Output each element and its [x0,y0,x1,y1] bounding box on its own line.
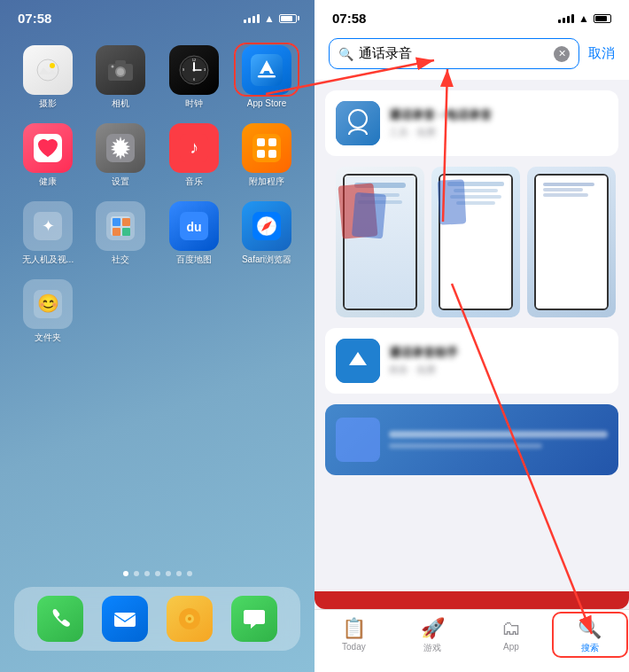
svg-text:😊: 😊 [37,293,59,314]
settings-label: 设置 [112,176,129,187]
svg-text:du: du [186,220,201,234]
app-item-settings[interactable]: 设置 [90,123,151,187]
app-store-content: 通话录音 - 电话录音 工具 · 免费 [314,80,629,609]
dot-3 [144,571,150,576]
apps-tab-icon: 🗂 [501,617,521,640]
today-tab-icon: 📋 [342,617,366,640]
svg-text:✦: ✦ [42,217,55,235]
banner-ad[interactable] [325,404,618,475]
clock-icon: 12 3 6 9 [169,45,219,95]
app-row-2: 健康 设置 ♪ 音乐 [18,118,297,192]
battery-icon [279,14,297,23]
result-icon-2 [336,339,380,383]
svg-rect-25 [268,138,276,146]
app-item-extras[interactable]: 附加程序 [237,123,297,187]
tab-apps[interactable]: 🗂 App [480,617,542,654]
svg-point-0 [37,59,58,81]
photos-label: 摄影 [39,98,57,109]
app-item-drone[interactable]: ✦ 无人机及视... [18,201,78,265]
svg-rect-45 [114,613,136,627]
banner-content [389,431,608,449]
baidu-label: 百度地图 [176,254,212,265]
search-results: 通话录音 - 电话录音 工具 · 免费 [314,80,629,609]
left-status-icons: ▲ [244,12,297,25]
dock-messages-icon[interactable] [231,596,277,642]
dock-mail-icon[interactable] [102,596,148,642]
right-status-icons: ▲ [558,12,611,25]
app-item-clock[interactable]: 12 3 6 9 时钟 [164,45,224,109]
result-sub-2: 商务 · 免费 [389,363,608,377]
photos-icon [23,45,73,95]
result-item-1[interactable]: 通话录音 - 电话录音 工具 · 免费 [325,90,618,156]
svg-point-1 [50,63,55,68]
app-item-photos[interactable]: 摄影 [18,45,78,109]
svg-rect-49 [336,101,380,145]
left-phone-screen: 07:58 ▲ [0,0,314,672]
health-icon [23,123,73,173]
screenshots-row [325,167,618,317]
social-icon [96,201,145,251]
svg-rect-17 [258,75,276,78]
svg-rect-26 [257,150,265,158]
svg-point-6 [112,66,114,68]
app-row-3: ✦ 无人机及视... 社交 [18,196,297,270]
appstore-icon [242,45,291,95]
games-tab-icon: 🚀 [421,617,445,640]
camera-label: 相机 [112,98,129,109]
app-row-4: 😊 文件夹 [18,274,297,348]
dot-2 [134,571,139,576]
right-phone-screen: 07:58 ▲ 🔍 通话录音 ✕ 取消 [314,0,629,672]
music-label: 音乐 [185,176,203,187]
app-item-social[interactable]: 社交 [90,201,151,265]
banner-icon [336,418,380,462]
svg-rect-5 [115,60,126,65]
extras-label: 附加程序 [249,176,284,187]
app-item-safari[interactable]: Safari浏览器 [237,201,297,265]
folder-label: 文件夹 [35,332,61,343]
extras-icon [242,123,291,173]
dock-phone-icon[interactable] [37,596,83,642]
tab-search[interactable]: 🔍 搜索 [559,617,621,654]
tab-games[interactable]: 🚀 游戏 [401,617,463,654]
baidu-icon: du [169,201,219,251]
app-item-music[interactable]: ♪ 音乐 [164,123,224,187]
app-item-baidu[interactable]: du 百度地图 [164,201,224,265]
result-item-2[interactable]: 通话录音助手 商务 · 免费 [325,328,618,394]
app-item-health[interactable]: 健康 [18,123,78,187]
clock-label: 时钟 [185,98,203,109]
search-clear-button[interactable]: ✕ [554,46,570,62]
wifi-icon: ▲ [264,12,275,25]
safari-icon [242,201,291,251]
result-info-2: 通话录音助手 商务 · 免费 [389,345,608,377]
dot-1 [123,571,128,576]
cancel-button[interactable]: 取消 [588,45,615,62]
svg-point-42 [265,225,268,228]
dock-music-icon[interactable] [167,596,213,642]
games-tab-label: 游戏 [423,642,441,654]
tab-today[interactable]: 📋 Today [322,617,384,654]
svg-rect-32 [113,218,120,226]
dot-5 [166,571,171,576]
app-row-1: 摄影 相机 [18,40,297,114]
svg-point-15 [192,69,195,72]
search-input[interactable]: 通话录音 [359,45,548,62]
camera-icon [96,45,145,95]
bottom-tabs: 📋 Today 🚀 游戏 🗂 App 🔍 搜索 [314,609,629,672]
right-signal-icon [558,14,574,23]
app-item-camera[interactable]: 相机 [90,45,151,109]
app-grid: 摄影 相机 [0,31,314,564]
app-item-appstore[interactable]: App Store [237,45,297,109]
right-status-bar: 07:58 ▲ [314,0,629,31]
search-glass-icon: 🔍 [338,47,353,61]
app-item-folder[interactable]: 😊 文件夹 [18,279,78,343]
dot-7 [187,571,192,576]
right-time: 07:58 [332,11,366,26]
social-label: 社交 [112,254,129,265]
svg-point-48 [188,617,191,621]
signal-icon [244,14,260,23]
result-icon-1 [336,101,380,145]
right-battery-icon [594,14,611,23]
screenshot-1 [336,167,424,317]
search-input-wrap[interactable]: 🔍 通话录音 ✕ [329,38,579,69]
folder-icon: 😊 [23,279,73,329]
